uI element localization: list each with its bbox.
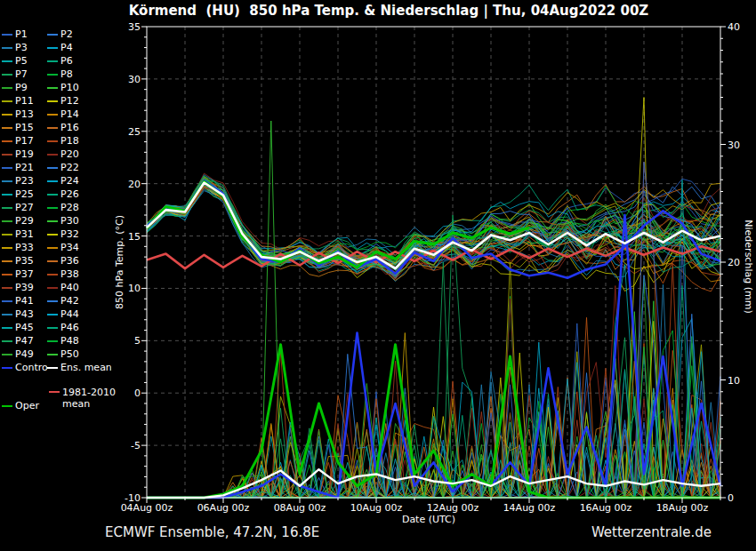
legend-entry-member-swatch: [2, 274, 12, 276]
legend-entry-member-label: P21: [15, 162, 34, 173]
legend-entry-member-label: P45: [15, 322, 34, 333]
legend-entry-member: P39: [2, 281, 47, 294]
legend-entry-member-label: P2: [60, 28, 73, 40]
legend-entry-member-label: P34: [60, 242, 79, 253]
legend-entry-member-swatch: [2, 287, 12, 289]
legend-entry-member: P14: [47, 108, 111, 121]
legend-entry-member-label: P23: [15, 175, 34, 187]
legend-entry-ens-mean-swatch: [47, 367, 58, 369]
legend-entry-member-swatch: [47, 274, 58, 276]
legend-entry-member: P36: [47, 254, 111, 268]
precip-tick-label: 0: [728, 492, 734, 504]
legend-entry-member-label: P19: [15, 148, 34, 160]
legend-entry-member-label: P27: [15, 202, 34, 213]
temp-tick-label: 0: [134, 387, 141, 399]
legend-entry-member: P41: [2, 294, 47, 307]
legend-entry-member-swatch: [2, 234, 12, 236]
legend-entry-member-label: P36: [60, 255, 79, 267]
precip-tick-label: 20: [728, 257, 740, 268]
legend-entry-member-swatch: [2, 34, 12, 36]
legend-entry-member: P33: [2, 241, 47, 254]
model-info-text: ECMWF Ensemble, 47.2N, 16.8E: [105, 524, 319, 540]
legend-entry-member-label: P26: [60, 188, 79, 200]
legend-entry-ens-mean: Ens. mean: [47, 361, 111, 374]
legend-entry-member: P10: [47, 81, 111, 94]
legend-entry-member-swatch: [47, 114, 58, 116]
legend-entry-member: P50: [47, 347, 111, 361]
legend-entry-member-swatch: [47, 180, 58, 182]
legend-entry-member-label: P15: [15, 122, 34, 133]
legend-entry-member: P18: [47, 134, 111, 148]
ensemble-member-precip-line: [147, 337, 720, 499]
legend-entry-member-swatch: [2, 314, 12, 315]
legend-entry-member: P37: [2, 268, 47, 281]
legend-entry-member: P24: [47, 174, 111, 188]
legend-entry-member-swatch: [2, 340, 12, 342]
legend-entry-member: P32: [47, 228, 111, 241]
legend-entry-member-swatch: [47, 340, 58, 342]
legend-entry-member-swatch: [47, 140, 58, 142]
legend-entry-member-label: P43: [15, 308, 34, 320]
legend-entry-member-swatch: [2, 260, 12, 262]
legend-entry-member: P16: [47, 121, 111, 134]
legend-entry-member: P46: [47, 321, 111, 334]
temp-tick-label: 20: [128, 179, 141, 190]
legend-entry-member-swatch: [2, 354, 12, 355]
legend-entry-member: P21: [2, 161, 47, 174]
legend-entry-member-swatch: [2, 207, 12, 209]
legend-entry-member-label: P40: [60, 282, 79, 293]
legend-entry-member-label: P38: [60, 268, 79, 280]
legend-entry-member: P42: [47, 294, 111, 307]
legend-entry-member: P26: [47, 188, 111, 201]
legend-entry-member-swatch: [47, 60, 58, 62]
legend-entry-member-label: P41: [15, 295, 34, 307]
date-tick-label: 10Aug 00z: [350, 502, 403, 514]
legend-entry-member-label: P10: [60, 82, 79, 93]
legend-entry-member-label: P7: [15, 68, 28, 80]
legend-entry-member-swatch: [47, 314, 58, 315]
legend-entry-member-swatch: [2, 60, 12, 62]
legend-entry-member-label: P29: [15, 215, 34, 227]
climate-mean-swatch: [49, 391, 60, 393]
legend-entry-member-swatch: [47, 100, 58, 102]
legend-entry-member: P15: [2, 121, 47, 134]
legend-entry-member-swatch: [2, 180, 12, 182]
temp-tick-label: 30: [128, 74, 141, 85]
temp-tick-label: -5: [131, 440, 141, 451]
legend-entry-member: P38: [47, 268, 111, 281]
ensemble-member-precip-line: [147, 98, 720, 499]
legend-entry-member-label: P46: [60, 322, 79, 333]
legend-entry-member: P45: [2, 321, 47, 334]
legend-entry-ens-mean-label: Ens. mean: [60, 362, 111, 373]
temp-tick-label: 35: [128, 21, 141, 33]
legend-entry-member-label: P37: [15, 268, 34, 280]
legend-entry-member-swatch: [47, 354, 58, 355]
legend-entry-member-label: P50: [60, 348, 79, 360]
legend-entry-member-label: P44: [60, 308, 79, 320]
legend-entry-member-label: P3: [15, 42, 28, 53]
legend-entry-member-label: P1: [15, 28, 28, 40]
legend-entry-member: P35: [2, 254, 47, 268]
legend-entry-member-label: P6: [60, 55, 73, 67]
legend-entry-member-label: P31: [15, 228, 34, 240]
legend-entry-member-swatch: [47, 287, 58, 289]
legend-entry-climate: 1981-2010 mean: [49, 387, 116, 410]
temp-tick-label: 25: [128, 126, 141, 138]
legend-entry-member: P11: [2, 94, 47, 108]
legend-entry-member: P43: [2, 307, 47, 321]
legend-entry-member-swatch: [2, 127, 12, 129]
legend-entry-control: Control: [2, 361, 47, 374]
legend-entry-member: P2: [47, 28, 111, 41]
date-tick-label: 08Aug 00z: [274, 502, 326, 514]
legend-entry-member: P17: [2, 134, 47, 148]
legend-entry-member-label: P5: [15, 55, 28, 67]
legend-entry-member-label: P24: [60, 175, 79, 187]
legend-entry-member-label: P32: [60, 228, 79, 240]
date-tick-label: 04Aug 00z: [121, 502, 173, 514]
temp-tick-label: 5: [134, 335, 141, 347]
legend-entry-member-label: P11: [15, 95, 34, 107]
legend-entry-member-swatch: [47, 74, 58, 76]
legend-entry-member: P5: [2, 54, 47, 68]
ensemble-member-precip-line: [147, 371, 720, 498]
legend-entry-member: P7: [2, 68, 47, 81]
